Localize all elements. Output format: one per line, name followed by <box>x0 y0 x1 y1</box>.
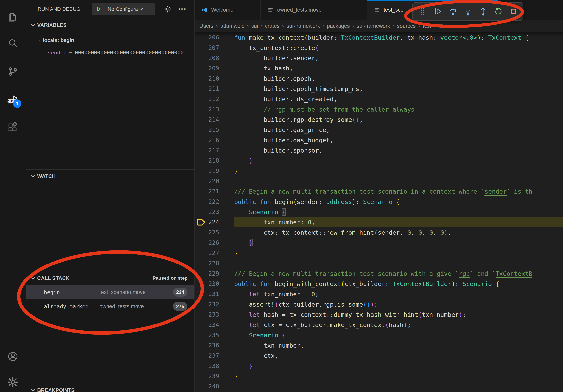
frame-function: already_marked <box>44 303 99 310</box>
debug-continue-button[interactable] <box>432 6 443 17</box>
activity-item-source-control[interactable] <box>0 62 26 81</box>
breadcrumb-item[interactable]: sui <box>251 23 258 29</box>
gutter-228[interactable]: 228 <box>195 258 234 268</box>
code-token: : <box>356 198 363 205</box>
code-token: begin <box>275 198 293 205</box>
gutter-221[interactable]: 221 <box>195 186 234 196</box>
line-content: ctx: tx_context::new_from_hint(sender, 0… <box>234 227 563 238</box>
breadcrumb-file[interactable]: te <box>438 23 451 29</box>
code-token: builder.sponsor, <box>264 147 322 154</box>
gutter-215[interactable]: 215 <box>195 125 234 135</box>
activity-item-explorer[interactable] <box>0 7 26 27</box>
start-debugging-icon[interactable] <box>92 3 105 15</box>
code-token: ) <box>444 229 448 236</box>
code-token: ; <box>407 321 411 328</box>
gutter-208[interactable]: 208 <box>195 53 234 63</box>
chevron-down-icon <box>30 275 36 281</box>
watch-section-header[interactable]: WATCH <box>26 170 194 182</box>
code-editor[interactable]: 206fun make_tx_context(builder: TxContex… <box>195 32 563 392</box>
gutter-212[interactable]: 212 <box>195 94 234 104</box>
gutter-217[interactable]: 217 <box>195 145 234 156</box>
gutter-213[interactable]: 213 <box>195 104 234 115</box>
code-token: txn_number: <box>264 219 308 226</box>
indent-guide <box>234 156 249 166</box>
callstack-frame-already_marked[interactable]: already_markedowned_tests.move275 <box>26 299 194 314</box>
indent-guide <box>234 217 249 227</box>
gutter-236[interactable]: 236 <box>195 340 234 351</box>
breadcrumb-item[interactable]: packages <box>327 23 350 29</box>
gutter-235[interactable]: 235 <box>195 330 234 340</box>
source-control-icon <box>7 66 19 77</box>
activity-item-extensions[interactable] <box>0 118 26 137</box>
gutter-220[interactable]: 220 <box>195 176 234 186</box>
line-number: 240 <box>195 381 234 392</box>
debug-step-over-button[interactable] <box>447 6 458 17</box>
breadcrumb-item[interactable]: Users <box>199 23 213 29</box>
breakpoints-section-header[interactable]: BREAKPOINTS <box>26 384 194 392</box>
activity-item-run-and-debug[interactable]: 1 <box>0 89 26 109</box>
code-token: let <box>249 311 260 318</box>
gutter-237[interactable]: 237 <box>195 351 234 361</box>
tab-owned_tests.move[interactable]: owned_tests.move <box>261 0 362 20</box>
debug-step-out-button[interactable] <box>478 6 489 17</box>
debug-configuration-dropdown[interactable]: No Configura <box>92 3 155 15</box>
gutter-216[interactable]: 216 <box>195 135 234 145</box>
variable-row[interactable]: sender = 0000000000000000000000000000000… <box>26 47 194 58</box>
breadcrumb-item[interactable]: sui-framework <box>286 23 320 29</box>
gutter-206[interactable]: 206 <box>195 32 234 43</box>
breadcrumb-item[interactable]: adamwelc <box>220 23 244 29</box>
gutter-214[interactable]: 214 <box>195 115 234 125</box>
debug-step-into-button[interactable] <box>462 6 473 17</box>
gutter-225[interactable]: 225 <box>195 227 234 238</box>
call-stack-section-header[interactable]: CALL STACK Paused on step <box>26 272 194 284</box>
breadcrumb-item[interactable]: sources <box>397 23 416 29</box>
gutter-232[interactable]: 232 <box>195 299 234 310</box>
debug-restart-button[interactable] <box>493 6 504 17</box>
more-actions-icon[interactable]: ··· <box>178 5 187 13</box>
gutter-207[interactable]: 207 <box>195 43 234 53</box>
gutter-219[interactable]: 219 <box>195 166 234 176</box>
gutter-233[interactable]: 233 <box>195 310 234 320</box>
activity-item-settings[interactable] <box>0 372 26 392</box>
debug-stop-button[interactable] <box>508 6 519 17</box>
gutter-231[interactable]: 231 <box>195 289 234 299</box>
gutter-222[interactable]: 222 <box>195 196 234 207</box>
variables-scope-row[interactable]: locals: begin <box>26 35 194 46</box>
breadcrumb-item[interactable]: test <box>423 23 431 29</box>
gutter-218[interactable]: 218 <box>195 156 234 166</box>
line-number: 207 <box>195 43 234 53</box>
code-token <box>521 34 525 41</box>
breadcrumb-item[interactable]: crates <box>265 23 280 29</box>
code-token: 0 <box>407 229 411 236</box>
code-token: ( <box>341 280 345 287</box>
tab-Welcome[interactable]: Welcome <box>195 0 261 20</box>
gutter-238[interactable]: 238 <box>195 361 234 371</box>
breadcrumb-separator: › <box>261 23 262 29</box>
activity-item-search[interactable] <box>0 34 26 53</box>
gutter-239[interactable]: 239 <box>195 371 234 381</box>
line-content: Scenario { <box>234 207 563 217</box>
stop-icon <box>509 7 518 16</box>
gutter-229[interactable]: 229 <box>195 268 234 279</box>
line-number: 215 <box>195 125 234 135</box>
gutter-227[interactable]: 227 <box>195 248 234 258</box>
debug-gripper-handle[interactable] <box>417 6 428 17</box>
gutter-230[interactable]: 230 <box>195 279 234 289</box>
gutter-226[interactable]: 226 <box>195 238 234 248</box>
gutter-209[interactable]: 209 <box>195 63 234 73</box>
gutter-223[interactable]: 223 <box>195 207 234 217</box>
section-divider <box>26 271 194 271</box>
debug-settings-gear-icon[interactable] <box>164 5 172 14</box>
gutter-224[interactable]: 224 <box>195 217 234 227</box>
code-line-235: 235Scenario { <box>195 330 563 340</box>
breadcrumb-item[interactable]: sui-framework <box>357 23 390 29</box>
variables-section-header[interactable]: VARIABLES <box>26 19 194 31</box>
gutter-210[interactable]: 210 <box>195 73 234 84</box>
activity-item-account[interactable] <box>0 347 26 366</box>
gutter-240[interactable]: 240 <box>195 381 234 392</box>
code-line-231: 231let txn_number = 0; <box>195 289 563 299</box>
code-token: ) <box>352 198 356 205</box>
callstack-frame-begin[interactable]: begintest_scenario.move224 <box>26 285 194 299</box>
gutter-234[interactable]: 234 <box>195 320 234 330</box>
gutter-211[interactable]: 211 <box>195 84 234 94</box>
